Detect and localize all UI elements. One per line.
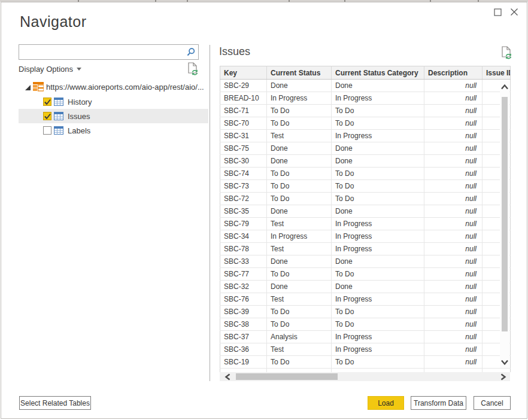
table-cell: null (424, 331, 483, 343)
table-cell: Done (332, 205, 424, 218)
history-checkbox[interactable] (43, 98, 51, 106)
search-input[interactable] (19, 44, 199, 60)
check-icon (44, 99, 51, 106)
table-cell: SBC-32 (220, 281, 267, 293)
refresh-icon[interactable] (187, 62, 198, 78)
table-cell: Done (332, 255, 424, 268)
table-cell: null (424, 356, 483, 369)
table-cell: To Do (332, 105, 424, 117)
table-cell: Test (267, 130, 332, 142)
table-row[interactable]: SBC-34In ProgressIn Progressnull (220, 230, 511, 243)
scroll-up-icon[interactable] (500, 84, 509, 90)
table-cell: Done (332, 155, 424, 168)
select-related-tables-button[interactable]: Select Related Tables (19, 396, 91, 410)
table-cell: To Do (267, 117, 332, 130)
table-cell: SBC-76 (220, 293, 267, 306)
table-cell: null (424, 318, 483, 331)
tree-node-source-url[interactable]: https://www.aioreports.com/aio-app/rest/… (1, 80, 208, 95)
table-cell: To Do (332, 356, 424, 369)
cancel-button[interactable]: Cancel (474, 396, 511, 410)
table-cell: SBC-71 (220, 105, 267, 117)
labels-checkbox[interactable] (43, 126, 51, 135)
table-cell: Done (267, 155, 332, 168)
column-header[interactable]: Key (220, 66, 267, 80)
transform-data-button[interactable]: Transform Data (411, 396, 466, 410)
table-cell: null (424, 281, 483, 293)
table-row[interactable]: SBC-33DoneDonenull (220, 255, 511, 268)
table-row[interactable]: SBC-76TestIn Progressnull (220, 293, 511, 306)
navigator-dialog: Navigator Display Options (1, 2, 527, 419)
close-button[interactable] (509, 7, 520, 17)
maximize-icon (494, 8, 502, 16)
table-row[interactable]: SBC-71To DoTo Donull (220, 105, 511, 117)
horizontal-scrollbar[interactable] (220, 372, 510, 381)
table-row[interactable]: SBC-31TestIn Progressnull (220, 130, 511, 142)
column-header[interactable]: Current Status (267, 66, 332, 80)
column-header[interactable]: Description (424, 66, 483, 80)
table-cell: BREAD-10 (220, 92, 267, 105)
table-cell: null (424, 117, 483, 130)
load-button[interactable]: Load (368, 396, 404, 410)
table-row[interactable]: BREAD-10In ProgressIn Progressnull (220, 92, 511, 105)
table-row[interactable]: SBC-36TestIn Progressnull (220, 343, 511, 356)
table-cell: Done (267, 255, 332, 268)
maximize-button[interactable] (492, 7, 503, 17)
table-row[interactable]: SBC-29DoneDonenull (220, 80, 511, 92)
horizontal-scrollbar-thumb[interactable] (236, 373, 338, 380)
table-row[interactable]: SBC-77To DoTo Donull (220, 268, 511, 281)
table-row[interactable]: SBC-37AnalysisIn Progressnull (220, 331, 511, 343)
vertical-scrollbar-thumb[interactable] (502, 97, 508, 331)
table-row[interactable]: SBC-70To DoTo Donull (220, 117, 511, 130)
vertical-scrollbar[interactable] (500, 80, 509, 368)
table-row[interactable]: SBC-72To DoTo Donull (220, 193, 511, 205)
display-options-dropdown[interactable]: Display Options (19, 65, 81, 74)
table-row[interactable]: SBC-19To DoTo Donull (220, 356, 511, 369)
sidebar-item-issues[interactable]: Issues (19, 109, 208, 123)
table-row[interactable]: SBC-73To DoTo Donull (220, 180, 511, 193)
table-cell: In Progress (332, 130, 424, 142)
sidebar-item-label: History (68, 98, 92, 106)
table-cell: In Progress (267, 92, 332, 105)
scroll-left-icon[interactable] (224, 373, 231, 381)
table-cell: In Progress (267, 230, 332, 243)
table-row[interactable]: SBC-39To DoTo Donull (220, 306, 511, 318)
table-row[interactable]: SBC-30DoneDonenull (220, 155, 511, 168)
table-row[interactable]: SBC-32DoneDonenull (220, 281, 511, 293)
column-header[interactable]: Current Status Category (332, 66, 424, 80)
table-cell: null (424, 268, 483, 281)
table-row[interactable]: SBC-79TestIn Progressnull (220, 218, 511, 230)
table-row[interactable]: SBC-74To DoTo Donull (220, 168, 511, 180)
table-cell: SBC-34 (220, 230, 267, 243)
search-icon (186, 47, 196, 57)
table-cell: SBC-29 (220, 80, 267, 92)
preview-table-header-row: KeyCurrent StatusCurrent Status Category… (220, 66, 511, 80)
scroll-right-icon[interactable] (500, 373, 506, 381)
display-options-label: Display Options (19, 65, 73, 74)
issues-checkbox[interactable] (43, 112, 51, 120)
sidebar-item-labels[interactable]: Labels (1, 123, 208, 138)
table-cell: null (424, 180, 483, 193)
table-cell: SBC-33 (220, 255, 267, 268)
table-cell: null (424, 205, 483, 218)
refresh-icon[interactable] (501, 46, 512, 62)
table-row[interactable]: SBC-38To DoTo Donull (220, 318, 511, 331)
table-cell: null (424, 155, 483, 168)
table-icon (54, 126, 63, 135)
table-cell: Done (267, 205, 332, 218)
table-icon (54, 98, 63, 106)
sidebar-item-history[interactable]: History (1, 95, 208, 109)
table-cell: In Progress (332, 218, 424, 230)
table-row[interactable]: SBC-78TestIn Progressnull (220, 243, 511, 255)
table-cell: SBC-78 (220, 243, 267, 255)
expand-collapse-icon[interactable] (25, 85, 31, 90)
table-cell: Done (332, 80, 424, 92)
table-row[interactable]: SBC-35DoneDonenull (220, 205, 511, 218)
table-cell: null (424, 293, 483, 306)
sidebar-item-label: Issues (68, 112, 90, 121)
table-cell: To Do (267, 356, 332, 369)
table-cell: To Do (332, 268, 424, 281)
column-header[interactable]: Issue ID (483, 66, 511, 80)
table-row[interactable]: SBC-75DoneDonenull (220, 142, 511, 155)
chevron-down-icon (77, 68, 81, 71)
scroll-down-icon[interactable] (500, 359, 509, 366)
